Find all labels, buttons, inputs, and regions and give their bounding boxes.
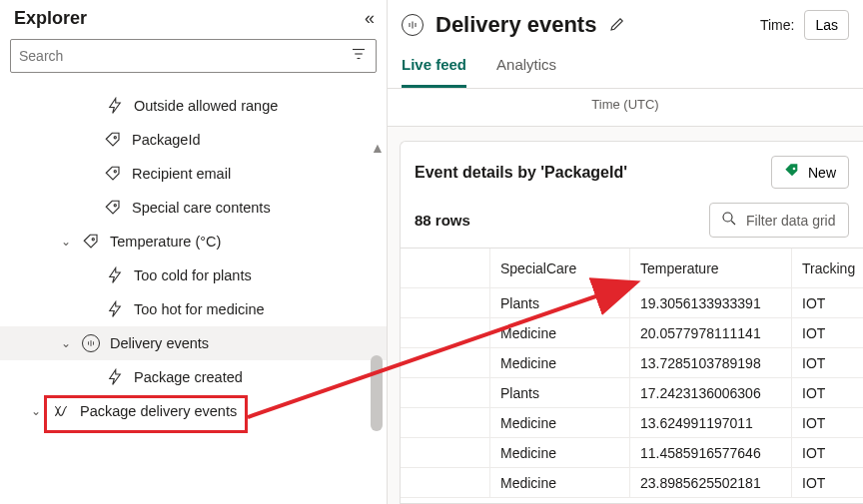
bolt-icon: [106, 97, 124, 115]
svg-point-3: [114, 137, 116, 139]
cell-tracking: IOT: [792, 438, 863, 467]
cell-temperature: 20.0577978111141: [630, 318, 792, 347]
tag-icon: [82, 233, 100, 251]
col-header-specialcare[interactable]: SpecialCare: [490, 249, 630, 287]
col-header-temperature[interactable]: Temperature: [630, 249, 792, 287]
data-grid: SpecialCareTemperatureTrackingPlants19.3…: [401, 248, 863, 498]
explorer-sidebar: Explorer « Outside allowed rangePackageI…: [0, 0, 388, 504]
cell-temperature: 13.7285103789198: [630, 348, 792, 377]
tree-item-special-care-contents[interactable]: Special care contents: [0, 191, 387, 225]
page-title: Delivery events: [435, 12, 596, 38]
stream-icon: [402, 14, 424, 36]
cell-temperature: 11.4585916577646: [630, 438, 792, 467]
tree-item-outside-allowed-range[interactable]: Outside allowed range: [0, 89, 387, 123]
col-blank: [401, 249, 490, 287]
tag-icon: [104, 131, 122, 149]
grid-header-row: SpecialCareTemperatureTracking: [401, 249, 863, 288]
table-row[interactable]: Medicine13.7285103789198IOT: [401, 348, 863, 378]
flow-icon: [52, 402, 70, 420]
tree-item-packageid[interactable]: PackageId: [0, 123, 387, 157]
sidebar-title: Explorer: [14, 8, 87, 29]
tree-item-temperature-c[interactable]: ⌄Temperature (°C): [0, 225, 387, 258]
tree-item-package-created[interactable]: Package created: [0, 360, 387, 394]
cell-specialcare: Plants: [490, 378, 630, 407]
sidebar-scrollbar[interactable]: ▲: [371, 140, 383, 431]
search-box[interactable]: [10, 39, 377, 73]
bolt-icon: [106, 368, 124, 386]
tree-item-label: PackageId: [132, 132, 201, 148]
search-icon: [720, 210, 738, 231]
tree-item-too-hot-for-medicine[interactable]: Too hot for medicine: [0, 292, 387, 326]
edit-title-icon[interactable]: [608, 15, 626, 36]
tag-icon: [104, 165, 122, 183]
tree-item-label: Outside allowed range: [134, 98, 278, 114]
tree-item-label: Delivery events: [110, 335, 209, 351]
time-range-button[interactable]: Las: [804, 10, 849, 40]
tree-item-too-cold-for-plants[interactable]: Too cold for plants: [0, 258, 387, 292]
new-button[interactable]: New: [771, 156, 849, 189]
cell-temperature: 17.2423136006306: [630, 378, 792, 407]
stream-icon: [82, 334, 100, 352]
svg-point-13: [723, 213, 732, 222]
filter-grid-input[interactable]: Filter data grid: [709, 203, 849, 238]
tag-icon: [784, 163, 800, 182]
svg-line-14: [731, 221, 735, 225]
cell-specialcare: Medicine: [490, 408, 630, 437]
cell-temperature: 19.3056133933391: [630, 288, 792, 317]
pager: ◀: [401, 498, 863, 504]
chevron-down-icon: ⌄: [60, 336, 72, 350]
tab-live-feed[interactable]: Live feed: [402, 46, 466, 88]
details-title: Event details by 'PackageId': [415, 164, 627, 182]
row-count: 88 rows: [415, 212, 470, 229]
chart-time-axis: Time (UTC): [388, 89, 863, 127]
cell-tracking: IOT: [792, 318, 863, 347]
filter-placeholder: Filter data grid: [746, 213, 835, 229]
scroll-up-arrow[interactable]: ▲: [371, 140, 383, 156]
cell-tracking: IOT: [792, 378, 863, 407]
table-row[interactable]: Medicine11.4585916577646IOT: [401, 438, 863, 468]
tree-item-label: Package created: [134, 369, 243, 385]
svg-point-5: [114, 205, 116, 207]
event-details-panel: Event details by 'PackageId' New 88 rows…: [400, 141, 863, 504]
cell-temperature: 13.624991197011: [630, 408, 792, 437]
main-panel: Delivery events Time: Las Live feedAnaly…: [388, 0, 863, 504]
table-row[interactable]: Medicine23.8985625502181IOT: [401, 468, 863, 498]
filter-icon[interactable]: [350, 45, 368, 67]
chevron-down-icon: ⌄: [60, 235, 72, 249]
svg-point-4: [114, 171, 116, 173]
table-row[interactable]: Medicine13.624991197011IOT: [401, 408, 863, 438]
scroll-thumb[interactable]: [371, 355, 383, 431]
tree-item-recipient-email[interactable]: Recipient email: [0, 157, 387, 191]
tree-item-delivery-events[interactable]: ⌄Delivery events: [0, 326, 387, 360]
table-row[interactable]: Plants19.3056133933391IOT: [401, 288, 863, 318]
new-button-label: New: [808, 165, 836, 181]
tag-icon: [104, 199, 122, 217]
search-input[interactable]: [19, 48, 342, 64]
table-row[interactable]: Medicine20.0577978111141IOT: [401, 318, 863, 348]
cell-specialcare: Medicine: [490, 348, 630, 377]
table-row[interactable]: Plants17.2423136006306IOT: [401, 378, 863, 408]
cell-specialcare: Medicine: [490, 438, 630, 467]
tree-item-label: Too cold for plants: [134, 267, 252, 283]
col-header-tracking[interactable]: Tracking: [792, 249, 863, 287]
tree-item-label: Too hot for medicine: [134, 301, 265, 317]
cell-tracking: IOT: [792, 408, 863, 437]
tab-analytics[interactable]: Analytics: [496, 46, 556, 88]
cell-specialcare: Medicine: [490, 318, 630, 347]
cell-tracking: IOT: [792, 288, 863, 317]
cell-tracking: IOT: [792, 348, 863, 377]
tree-item-package-delivery-events[interactable]: ⌄Package delivery events: [0, 394, 387, 428]
tree-item-label: Recipient email: [132, 166, 231, 182]
cell-temperature: 23.8985625502181: [630, 468, 792, 497]
tree-item-label: Temperature (°C): [110, 234, 221, 250]
svg-point-6: [92, 239, 94, 241]
cell-tracking: IOT: [792, 468, 863, 497]
cell-specialcare: Plants: [490, 288, 630, 317]
main-tabs: Live feedAnalytics: [388, 46, 863, 89]
bolt-icon: [106, 266, 124, 284]
bolt-icon: [106, 300, 124, 318]
chevron-down-icon: ⌄: [30, 404, 42, 418]
cell-specialcare: Medicine: [490, 468, 630, 497]
explorer-tree: Outside allowed rangePackageIdRecipient …: [0, 83, 387, 504]
collapse-sidebar-button[interactable]: «: [365, 8, 375, 29]
